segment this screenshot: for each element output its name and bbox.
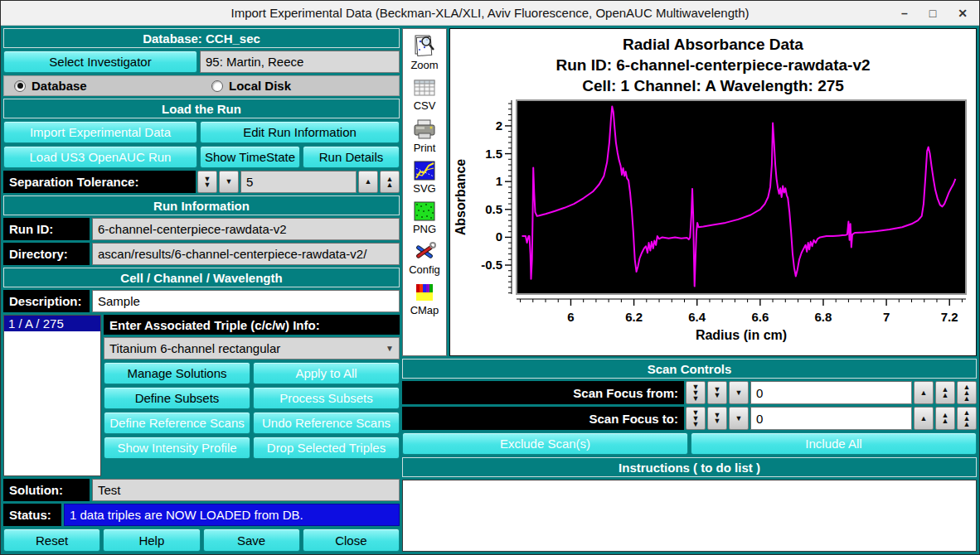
instructions-box	[402, 480, 977, 552]
scan-from-decrement-triple-button[interactable]: ▼▼▼	[686, 381, 706, 404]
reset-button[interactable]: Reset	[3, 528, 100, 552]
scan-to-increment-button[interactable]: ▲	[914, 407, 934, 430]
svg-text:6: 6	[567, 310, 574, 324]
separation-tolerance-label: Separation Tolerance:	[3, 171, 196, 193]
define-subsets-button[interactable]: Define Subsets	[104, 387, 250, 409]
run-details-button[interactable]: Run Details	[303, 146, 400, 168]
title-bar: Import Experimental Data (Beckman-XLA/XL…	[1, 1, 979, 26]
scan-from-input[interactable]	[756, 386, 906, 400]
scan-to-decrement-button[interactable]: ▼	[729, 407, 749, 430]
sep-tolerance-decrement-double-button[interactable]: ▼▼	[197, 171, 217, 193]
drop-selected-triples-button[interactable]: Drop Selected Triples	[253, 437, 400, 459]
zoom-icon	[412, 33, 437, 58]
solution-value: Test	[92, 479, 400, 501]
down-arrow-icon: ▼	[735, 390, 743, 396]
csv-icon	[412, 77, 437, 99]
config-tool-label: Config	[409, 263, 440, 276]
zoom-tool-button[interactable]: Zoom	[410, 33, 438, 71]
scan-from-increment-triple-button[interactable]: ▲▲▲	[957, 381, 977, 404]
radio-local-disk-control[interactable]	[211, 80, 223, 92]
close-dialog-button[interactable]: Close	[303, 528, 400, 552]
png-tool-button[interactable]: PNG	[412, 200, 437, 235]
csv-tool-button[interactable]: CSV	[412, 77, 437, 112]
scan-from-increment-button[interactable]: ▲	[914, 381, 934, 404]
config-tool-button[interactable]: Config	[409, 241, 440, 276]
svg-text:6.4: 6.4	[688, 310, 706, 324]
dropdown-caret-icon: ▼	[386, 344, 394, 353]
run-id-value: 6-channel-centerpiece-rawdata-v2	[92, 218, 400, 240]
scan-to-field	[750, 407, 912, 430]
scan-to-increment-triple-button[interactable]: ▲▲▲	[957, 407, 977, 430]
data-source-radio-row: Database Local Disk	[3, 75, 400, 96]
manage-solutions-button[interactable]: Manage Solutions	[104, 362, 250, 384]
centerpiece-select[interactable]: Titanium 6-channel rectangular ▼	[104, 337, 400, 360]
svg-text:6.2: 6.2	[625, 310, 643, 324]
window-title: Import Experimental Data (Beckman-XLA/XL…	[1, 1, 979, 25]
edit-run-information-button[interactable]: Edit Run Information	[200, 121, 400, 143]
radio-local-disk[interactable]: Local Disk	[211, 79, 291, 93]
scan-focus-to-label: Scan Focus to:	[402, 407, 684, 430]
scan-to-decrement-double-button[interactable]: ▼▼	[707, 407, 727, 430]
svg-text:2: 2	[496, 118, 502, 133]
triple-list-item[interactable]: 1 / A / 275	[4, 316, 100, 331]
triple-listbox[interactable]: 1 / A / 275	[3, 315, 101, 476]
run-id-label: Run ID:	[3, 218, 90, 240]
apply-to-all-button[interactable]: Apply to All	[253, 362, 400, 384]
absorbance-plot-canvas[interactable]: 66.26.46.66.877.2-0.500.511.52Radius (in…	[452, 96, 974, 346]
radio-database[interactable]: Database	[14, 79, 211, 93]
description-label: Description:	[3, 290, 90, 312]
radio-database-control[interactable]	[14, 80, 26, 92]
left-panel: Database: CCH_sec Select Investigator 95…	[3, 28, 400, 552]
scan-to-decrement-triple-button[interactable]: ▼▼▼	[686, 407, 706, 430]
svg-text:0.5: 0.5	[485, 202, 502, 216]
print-tool-button[interactable]: Print	[412, 118, 437, 154]
scan-from-decrement-button[interactable]: ▼	[729, 381, 749, 404]
close-button[interactable]: ✕	[958, 7, 968, 20]
up-arrow-icon: ▲	[365, 179, 372, 185]
svg-text:Radius (in cm): Radius (in cm)	[696, 328, 787, 342]
scan-to-input[interactable]	[756, 412, 906, 426]
down-arrow-icon: ▼	[735, 416, 743, 422]
svg-text:6.6: 6.6	[751, 310, 769, 324]
status-value: 1 data triples are NOW LOADED from DB.	[64, 504, 400, 526]
description-value: Sample	[92, 290, 400, 312]
app-window: Import Experimental Data (Beckman-XLA/XL…	[0, 0, 980, 555]
show-timestate-button[interactable]: Show TimeState	[200, 146, 300, 168]
sep-tolerance-decrement-button[interactable]: ▼	[219, 171, 239, 193]
up-arrow-icon: ▲	[920, 390, 928, 396]
minimize-button[interactable]: –	[901, 7, 908, 20]
cmap-tool-label: CMap	[410, 304, 439, 316]
status-label: Status:	[3, 504, 61, 526]
help-button[interactable]: Help	[103, 528, 200, 552]
scan-from-increment-double-button[interactable]: ▲▲	[935, 381, 955, 404]
sep-tolerance-increment-double-button[interactable]: ▲▲	[380, 171, 400, 193]
scan-focus-from-label: Scan Focus from:	[402, 381, 684, 404]
sep-tolerance-input[interactable]	[246, 175, 351, 189]
directory-value: ascan/results/6-channel-centerpiece-rawd…	[92, 243, 400, 265]
svg-text:6.8: 6.8	[815, 310, 832, 324]
directory-label: Directory:	[3, 243, 90, 265]
cmap-icon	[412, 282, 437, 303]
scan-from-decrement-double-button[interactable]: ▼▼	[707, 381, 727, 404]
main-content: Database: CCH_sec Select Investigator 95…	[1, 26, 979, 554]
maximize-button[interactable]: □	[929, 7, 936, 20]
undo-reference-scans-button[interactable]: Undo Reference Scans	[253, 412, 400, 434]
sep-tolerance-increment-button[interactable]: ▲	[358, 171, 378, 193]
exclude-scans-button[interactable]: Exclude Scan(s)	[402, 432, 688, 455]
load-us3-openauc-button[interactable]: Load US3 OpenAUC Run	[3, 146, 197, 168]
select-investigator-button[interactable]: Select Investigator	[3, 51, 197, 73]
chart-subtitle-runid: Run ID: 6-channel-centerpiece-rawdata-v2	[555, 55, 870, 75]
import-experimental-data-button[interactable]: Import Experimental Data	[3, 121, 197, 143]
cell-channel-wavelength-banner: Cell / Channel / Wavelength	[3, 268, 400, 287]
scan-to-increment-double-button[interactable]: ▲▲	[935, 407, 955, 430]
process-subsets-button[interactable]: Process Subsets	[253, 387, 400, 409]
radio-database-label: Database	[32, 79, 87, 93]
png-icon	[412, 200, 437, 222]
define-reference-scans-button[interactable]: Define Reference Scans	[104, 412, 250, 434]
triple-info-label: Enter Associated Triple (c/c/w) Info:	[104, 315, 400, 335]
include-all-button[interactable]: Include All	[691, 432, 977, 455]
show-intensity-profile-button[interactable]: Show Intensity Profile	[104, 437, 250, 459]
cmap-tool-button[interactable]: CMap	[410, 282, 439, 316]
svg-tool-button[interactable]: SVG	[412, 160, 437, 195]
save-button[interactable]: Save	[203, 528, 300, 552]
